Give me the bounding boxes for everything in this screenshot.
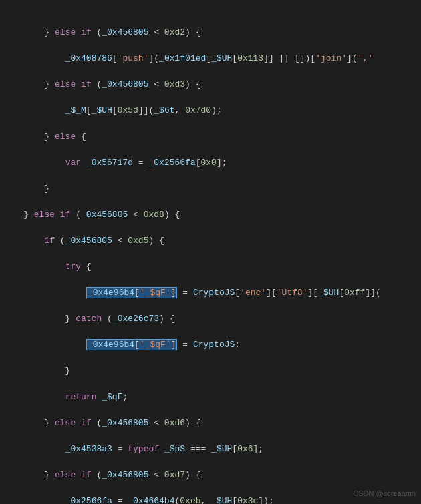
code-line: } else if (_0x456805 < 0xd6) { [0, 417, 421, 430]
watermark: CSDN @screaamn [353, 488, 416, 499]
code-line: _0x4e96b4['_$qF'] = CryptoJS; [0, 338, 421, 352]
code-line: } else if (_0x456805 < 0xd8) { [0, 208, 421, 222]
code-line: } else { [0, 130, 421, 144]
code-line: if (_0x456805 < 0xd5) { [0, 234, 421, 248]
code-line: } [0, 364, 421, 378]
code-line: } else if (_0x456805 < 0xd3) { [0, 78, 421, 91]
code-editor: } else if (_0x456805 < 0xd2) { _0x408786… [0, 0, 421, 504]
code-line: var _0x56717d = _0x2566fa[0x0]; [0, 156, 421, 170]
code-line: try { [0, 260, 421, 274]
code-line: _0x4e96b4['_$qF'] = CryptoJS['enc']['Utf… [0, 286, 421, 300]
code-line: return _$qF; [0, 391, 421, 404]
code-line: } [0, 182, 421, 196]
code-line: } else if (_0x456805 < 0xd7) { [0, 469, 421, 482]
code-line: } catch (_0xe26c73) { [0, 312, 421, 326]
code-line: _0x4538a3 = typeof _$pS === _$UH[0x6]; [0, 443, 421, 456]
code-line: _0x408786['push'](_0x1f01ed[_$UH[0x113]]… [0, 52, 421, 65]
code-line: _$_M[_$UH[0x5d]](_$6t, 0x7d0); [0, 104, 421, 117]
code-line: } else if (_0x456805 < 0xd2) { [0, 26, 421, 39]
